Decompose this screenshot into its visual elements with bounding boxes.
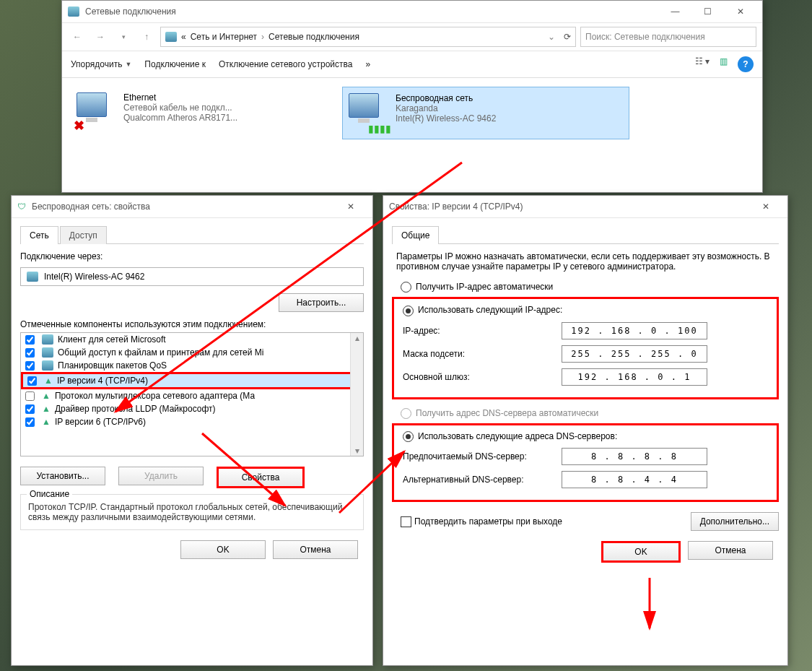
help-icon[interactable]: ?	[738, 56, 754, 72]
disable-device-menu[interactable]: Отключение сетевого устройства	[219, 59, 352, 69]
radio-auto-dns: Получить адрес DNS-сервера автоматически	[401, 408, 779, 419]
history-dropdown[interactable]: ▾	[114, 27, 133, 46]
close-button[interactable]: ✕	[724, 1, 756, 22]
tab-network[interactable]: Сеть	[20, 226, 58, 244]
up-button[interactable]: ↑	[137, 27, 156, 46]
description-text: Протокол TCP/IP. Стандартный протокол гл…	[28, 502, 356, 522]
view-menu-icon[interactable]: ☷ ▾	[695, 56, 710, 72]
wifi-icon: ▮▮▮▮	[349, 93, 388, 133]
wifi-status: Karaganda	[396, 103, 496, 113]
breadcrumb-root[interactable]: «	[181, 32, 186, 42]
wifi-connection[interactable]: ▮▮▮▮ Беспроводная сеть Karaganda Intel(R…	[342, 87, 629, 139]
gateway-label: Основной шлюз:	[403, 372, 554, 382]
ethernet-status: Сетевой кабель не подкл...	[123, 103, 237, 113]
organize-menu[interactable]: Упорядочить▼	[71, 59, 131, 69]
search-placeholder: Поиск: Сетевые подключения	[585, 32, 705, 42]
list-item: Планировщик пакетов QoS	[21, 359, 363, 372]
ipv4-properties-window: Свойства: IP версии 4 (TCP/IPv4) ✕ Общие…	[383, 195, 788, 666]
dns1-input[interactable]: 8 . 8 . 8 . 8	[562, 448, 707, 465]
cancel-button[interactable]: Отмена	[688, 541, 773, 560]
chevron-right-icon: ›	[261, 32, 264, 42]
window-icon	[68, 7, 79, 17]
scrollbar[interactable]: ▴▾	[350, 333, 363, 456]
validate-checkbox[interactable]	[401, 516, 411, 527]
component-icon	[42, 334, 53, 345]
component-icon	[42, 360, 53, 371]
cancel-button[interactable]: Отмена	[273, 540, 358, 559]
refresh-icon[interactable]: ⟳	[564, 32, 571, 42]
tab-access[interactable]: Доступ	[60, 226, 107, 244]
list-item-ipv4: ▲IP версии 4 (TCP/IPv4)	[21, 372, 363, 389]
addr-dropdown-icon[interactable]: ⌄	[548, 32, 555, 42]
search-input[interactable]: Поиск: Сетевые подключения	[580, 27, 756, 47]
addr-icon	[165, 32, 177, 42]
description-group: Описание Протокол TCP/IP. Стандартный пр…	[20, 494, 364, 530]
ip-label: IP-адрес:	[403, 326, 554, 336]
breadcrumb-1[interactable]: Сеть и Интернет	[191, 32, 257, 42]
adapter-name: Intel(R) Wireless-AC 9462	[44, 272, 144, 282]
adapter-icon	[27, 272, 38, 282]
list-item: ▲IP версии 6 (TCP/IPv6)	[21, 415, 363, 428]
remove-button: Удалить	[118, 467, 204, 485]
more-commands[interactable]: »	[365, 59, 370, 69]
close-button[interactable]: ✕	[334, 196, 367, 217]
list-item: ▲Протокол мультиплексора сетевого адапте…	[21, 389, 363, 402]
ethernet-connection[interactable]: ✖ Ethernet Сетевой кабель не подкл... Qu…	[71, 87, 313, 139]
adapter-box: Intel(R) Wireless-AC 9462	[20, 267, 364, 286]
address-bar[interactable]: « Сеть и Интернет › Сетевые подключения …	[160, 27, 576, 47]
titlebar: 🛡 Беспроводная сеть: свойства ✕	[12, 196, 372, 218]
dns2-input[interactable]: 8 . 8 . 4 . 4	[562, 471, 707, 488]
ip-input[interactable]: 192 . 168 . 0 . 100	[562, 322, 707, 339]
gateway-input[interactable]: 192 . 168 . 0 . 1	[562, 368, 707, 386]
dns2-label: Альтернативный DNS-сервер:	[403, 475, 554, 485]
titlebar: Сетевые подключения — ☐ ✕	[62, 1, 762, 23]
ip-section: Использовать следующий IP-адрес: IP-адре…	[392, 297, 779, 399]
advanced-button[interactable]: Дополнительно...	[691, 512, 779, 531]
ethernet-icon: ✖	[77, 92, 116, 132]
shield-icon: 🛡	[17, 202, 26, 212]
layout-icon[interactable]: ▥	[720, 56, 728, 72]
breadcrumb-2[interactable]: Сетевые подключения	[269, 32, 359, 42]
forward-button[interactable]: →	[91, 27, 110, 46]
ok-button[interactable]: OK	[601, 541, 681, 563]
radio-auto-ip[interactable]: Получить IP-адрес автоматически	[401, 282, 779, 293]
command-bar: Упорядочить▼ Подключение к Отключение се…	[62, 51, 762, 78]
description-title: Описание	[27, 489, 72, 499]
dns-section: Использовать следующие адреса DNS-сервер…	[392, 423, 779, 502]
window-title: Сетевые подключения	[85, 7, 659, 17]
component-icon	[42, 347, 53, 358]
install-button[interactable]: Установить...	[20, 467, 105, 485]
wifi-name: Беспроводная сеть	[396, 93, 496, 103]
mask-input[interactable]: 255 . 255 . 255 . 0	[562, 345, 707, 363]
adapter-properties-window: 🛡 Беспроводная сеть: свойства ✕ Сеть Дос…	[11, 195, 373, 666]
ethernet-adapter: Qualcomm Atheros AR8171...	[123, 113, 237, 123]
mask-label: Маска подсети:	[403, 349, 554, 359]
info-text: Параметры IP можно назначать автоматичес…	[396, 251, 774, 272]
maximize-button[interactable]: ☐	[691, 1, 724, 22]
components-list[interactable]: Клиент для сетей Microsoft Общий доступ …	[20, 332, 364, 456]
radio-use-ip[interactable]: Использовать следующий IP-адрес:	[403, 305, 768, 316]
configure-button[interactable]: Настроить...	[279, 293, 364, 312]
list-item: Общий доступ к файлам и принтерам для се…	[21, 346, 363, 359]
radio-use-dns[interactable]: Использовать следующие адреса DNS-сервер…	[403, 431, 768, 442]
nav-bar: ← → ▾ ↑ « Сеть и Интернет › Сетевые подк…	[62, 23, 762, 51]
tab-general[interactable]: Общие	[392, 226, 439, 244]
validate-label: Подтвердить параметры при выходе	[414, 516, 562, 527]
tabs: Общие	[392, 225, 779, 244]
list-item: Клиент для сетей Microsoft	[21, 333, 363, 346]
ok-button[interactable]: OK	[180, 540, 266, 559]
properties-button[interactable]: Свойства	[217, 467, 305, 488]
components-label: Отмеченные компоненты используются этим …	[20, 319, 364, 329]
network-connections-window: Сетевые подключения — ☐ ✕ ← → ▾ ↑ « Сеть…	[61, 0, 763, 193]
connect-via-label: Подключение через:	[20, 251, 364, 261]
wifi-adapter: Intel(R) Wireless-AC 9462	[396, 113, 496, 124]
dns1-label: Предпочитаемый DNS-сервер:	[403, 451, 554, 462]
connections-pane: ✖ Ethernet Сетевой кабель не подкл... Qu…	[62, 78, 762, 148]
tabs: Сеть Доступ	[20, 225, 364, 244]
minimize-button[interactable]: —	[659, 1, 691, 22]
ethernet-name: Ethernet	[123, 92, 237, 103]
titlebar: Свойства: IP версии 4 (TCP/IPv4) ✕	[383, 196, 787, 218]
close-button[interactable]: ✕	[749, 196, 782, 217]
connect-to-menu[interactable]: Подключение к	[144, 59, 206, 69]
back-button[interactable]: ←	[68, 27, 87, 46]
